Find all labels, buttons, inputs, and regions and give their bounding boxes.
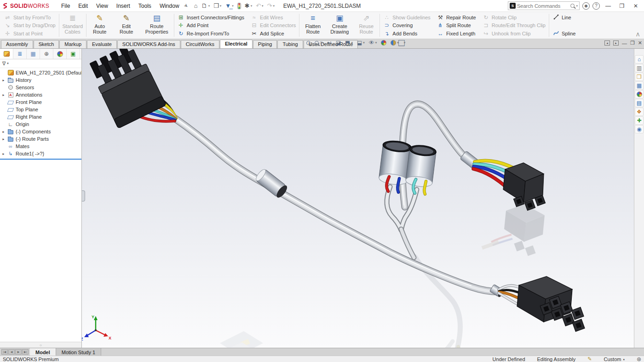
- line-button[interactable]: Line: [551, 13, 577, 21]
- menu-file[interactable]: File: [58, 1, 74, 11]
- spline-button[interactable]: Spline: [551, 29, 577, 37]
- expand-arrow-icon[interactable]: ▸: [1, 130, 6, 134]
- repair-route-button[interactable]: ⚒Repair Route: [436, 13, 477, 21]
- motion-study-tab[interactable]: Motion Study 1: [56, 348, 101, 356]
- expand-arrow-icon[interactable]: ▸: [1, 152, 6, 156]
- custom-properties-icon[interactable]: ▤: [635, 99, 644, 107]
- panel-scrollbar[interactable]: ○: [0, 342, 81, 348]
- viewport-3d[interactable]: Y X Z: [82, 49, 634, 348]
- chevron-down-icon[interactable]: ▾: [208, 4, 210, 8]
- previous-view-icon[interactable]: ↩: [327, 40, 332, 46]
- fixed-length-button[interactable]: ↔Fixed Length: [436, 29, 477, 37]
- add-part-icon[interactable]: ✚: [635, 116, 644, 125]
- reimport-fromto-button[interactable]: ↻Re-Import From/To: [176, 29, 246, 37]
- menu-window[interactable]: Window: [156, 1, 183, 11]
- tree-item-front-plane[interactable]: ▸Front Plane: [0, 98, 81, 106]
- ribbon-collapse-icon[interactable]: ᐱ: [632, 31, 643, 38]
- tab-electrical[interactable]: Electrical: [220, 40, 253, 48]
- file-explorer-icon[interactable]: ❒: [635, 73, 644, 81]
- model-tab[interactable]: Model: [30, 348, 56, 356]
- view-orientation-icon[interactable]: ⬒▾: [345, 40, 353, 46]
- doc-minimize-button[interactable]: —: [622, 40, 627, 46]
- add-point-button[interactable]: ✛Add Point: [176, 22, 246, 29]
- auto-route-button[interactable]: ✎Auto Route: [88, 13, 111, 38]
- tab-markup[interactable]: Markup: [59, 40, 86, 48]
- tab-evaluate[interactable]: Evaluate: [87, 40, 117, 48]
- create-drawing-button[interactable]: ▣Create Drawing: [328, 13, 351, 38]
- collapse-left-pane-icon[interactable]: ◂: [604, 40, 610, 46]
- close-button[interactable]: ✕: [630, 2, 641, 10]
- search-commands-box[interactable]: S ▾: [508, 1, 580, 10]
- graphics-viewport[interactable]: Y X Z: [82, 49, 634, 348]
- minimize-button[interactable]: —: [603, 2, 614, 10]
- dimxpertmanager-tab[interactable]: ⊕: [40, 49, 53, 59]
- inspection-icon[interactable]: ◉: [635, 125, 644, 133]
- first-sheet-icon[interactable]: |◀: [1, 349, 8, 355]
- menu-tools[interactable]: Tools: [135, 1, 155, 11]
- chevron-down-icon[interactable]: ▾: [576, 4, 578, 8]
- tree-item-annotations[interactable]: ▸AAnnotations: [0, 91, 81, 98]
- tree-root[interactable]: ▸EWA_H1_2720_2501 (Default) <Display Sta: [0, 69, 81, 76]
- collapse-right-pane-icon[interactable]: ▸: [613, 40, 619, 46]
- zoom-to-fit-icon[interactable]: [306, 41, 310, 45]
- appearances-scenes-icon[interactable]: [635, 90, 644, 98]
- split-route-button[interactable]: ⋔Split Route: [436, 22, 477, 29]
- search-scope-icon[interactable]: S: [510, 3, 516, 9]
- edit-appearance-icon[interactable]: [381, 40, 386, 46]
- doc-close-button[interactable]: ✕: [638, 40, 642, 46]
- chevron-down-icon[interactable]: ▾: [220, 4, 222, 8]
- tab-tubing[interactable]: Tubing: [277, 40, 303, 48]
- new-document-button[interactable]: 🗋▾: [200, 1, 212, 10]
- displaymanager-tab[interactable]: [53, 49, 67, 59]
- filter-icon[interactable]: ∇: [2, 61, 6, 67]
- menu-edit[interactable]: Edit: [75, 1, 92, 11]
- doc-restore-button[interactable]: ❐: [630, 40, 635, 46]
- config-selector[interactable]: Custom ▴: [604, 356, 625, 362]
- tab-solidworks-addins[interactable]: SOLIDWORKS Add-Ins: [117, 40, 180, 48]
- user-account-icon[interactable]: ☻: [582, 2, 590, 10]
- panel-splitter-handle[interactable]: [82, 190, 85, 201]
- featuremanager-tab[interactable]: [0, 49, 13, 59]
- chevron-down-icon[interactable]: ▾: [7, 62, 9, 65]
- tag-globe-icon[interactable]: ⊛: [637, 356, 641, 362]
- performance-button[interactable]: [236, 2, 242, 10]
- splice-cylinder-right[interactable]: [405, 144, 437, 188]
- propertymanager-tab[interactable]: ≣: [13, 49, 27, 59]
- add-splice-button[interactable]: ✂Add Splice: [249, 29, 297, 37]
- restore-button[interactable]: ❐: [616, 2, 627, 10]
- display-style-icon[interactable]: ⬓▾: [357, 40, 365, 46]
- pin-menu-icon[interactable]: ➤: [182, 2, 189, 10]
- search-input[interactable]: [517, 3, 569, 9]
- design-library-icon[interactable]: ▥: [635, 64, 644, 72]
- edit-route-button[interactable]: ✎Edit Route: [115, 13, 138, 38]
- apply-scene-icon[interactable]: ▾: [391, 40, 399, 46]
- last-sheet-icon[interactable]: ▶|: [22, 349, 29, 355]
- tab-assembly[interactable]: Assembly: [1, 40, 33, 48]
- options-button[interactable]: ✱▾: [243, 1, 253, 10]
- tab-sketch[interactable]: Sketch: [34, 40, 59, 48]
- expand-arrow-icon[interactable]: ▸: [1, 137, 6, 141]
- expand-arrow-icon[interactable]: ▸: [1, 78, 6, 82]
- hide-show-items-icon[interactable]: 👁▾: [369, 40, 377, 46]
- insert-connectors-button[interactable]: ⊞Insert Connectors/Fittings: [176, 13, 246, 21]
- menu-view[interactable]: View: [92, 1, 112, 11]
- routing-library-icon[interactable]: ❖: [635, 108, 644, 116]
- tab-circuitworks[interactable]: CircuitWorks: [181, 40, 219, 48]
- add-bends-button[interactable]: ↴Add Bends: [382, 29, 432, 37]
- view-palette-icon[interactable]: ▦: [635, 81, 644, 90]
- search-icon[interactable]: [570, 4, 575, 8]
- tree-item-sensors[interactable]: ▸Sensors: [0, 84, 81, 91]
- chevron-up-icon[interactable]: ▴: [623, 357, 625, 361]
- chevron-down-icon[interactable]: ▾: [232, 4, 234, 8]
- covering-button[interactable]: ⊃Covering: [382, 22, 432, 29]
- tree-item-top-plane[interactable]: ▸Top Plane: [0, 106, 81, 113]
- section-view-icon[interactable]: ◪: [336, 40, 341, 46]
- tree-item-components[interactable]: ▸(-) Components: [0, 128, 81, 135]
- tree-item-right-plane[interactable]: ▸Right Plane: [0, 113, 81, 121]
- help-icon[interactable]: ?: [592, 2, 600, 10]
- open-button[interactable]: ❒▾: [212, 1, 223, 10]
- route-properties-button[interactable]: ▤Route Properties: [142, 13, 172, 38]
- view-settings-icon[interactable]: ⃞▾: [403, 40, 406, 46]
- cam-tab[interactable]: ▣: [67, 49, 80, 59]
- flatten-route-button[interactable]: ≡Flatten Route: [301, 13, 324, 38]
